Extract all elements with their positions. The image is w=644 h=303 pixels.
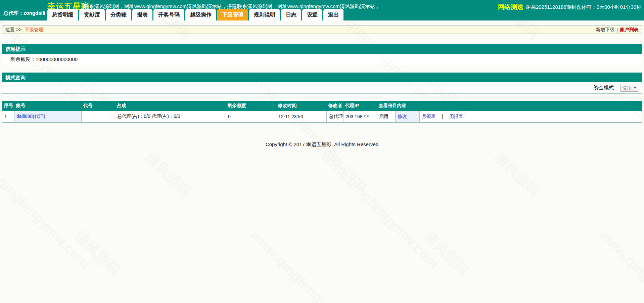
cell-agent-ip: 203.168.*.* [343,111,377,122]
main-content: 位置 >> 下级管理 新增下级 | 账户列表 信息提示 剩余额度： 100000… [2,26,642,148]
column-header-9: 内容 [396,101,420,111]
watermark-text: www.qingfengymw.com [318,148,442,272]
cell-modified-time: 12-11 23:50 [276,111,327,122]
mode-section-title: 模式查询 [2,73,642,82]
cell-reports: 月报表 | 周报表 [420,111,642,122]
info-section-title: 信息提示 [2,44,642,54]
column-header-2: 代号 [82,101,115,111]
column-header-3: 占成 [115,101,226,111]
breadcrumb-left: 位置 >> 下级管理 [5,27,43,33]
tab-贡献度[interactable]: 贡献度 [79,9,105,20]
balance-value: 100000000000000 [36,56,78,62]
accounts-table: 序号账号代号占成剩余额度修改时间修改者代理IP查看停用内容 1 daili888… [2,101,642,123]
table-header-row: 序号账号代号占成剩余额度修改时间修改者代理IP查看停用内容 [2,101,642,111]
tab-规则说明[interactable]: 规则说明 [249,9,280,20]
breadcrumb-prefix: 位置 >> [5,27,21,32]
column-header-7: 代理IP [343,101,377,111]
cell-balance: 0 [226,111,276,122]
fund-mode-label: 资金模式： [594,85,619,91]
column-header-4: 剩余额度 [226,101,276,111]
monthly-report-link[interactable]: 月报表 [422,114,436,119]
copyright-text: Copyright © 2017 幸运五星彩. All Rights Reser… [2,141,642,148]
edit-link[interactable]: 修改 [398,114,407,119]
column-header-6: 修改者 [327,101,343,111]
tab-开奖号码[interactable]: 开奖号码 [153,9,184,20]
chevron-down-icon [634,87,636,89]
footer: Copyright © 2017 幸运五星彩. All Rights Reser… [2,137,642,148]
fund-mode-selected-value: 信用 [622,85,632,91]
breadcrumb: 位置 >> 下级管理 新增下级 | 账户列表 [2,26,642,34]
close-countdown: 距离20251128186期封盘还有：0天00小时01分30秒 [526,4,641,10]
weekly-report-link[interactable]: 周报表 [449,114,463,119]
account-link[interactable]: daili888(代理) [16,114,45,119]
footer-divider [62,137,582,137]
nav-tabs: 总货明细贡献度分类账报表开奖号码越级操作下级管理规则说明日志设置退出 [47,9,344,20]
add-subordinate-link[interactable]: 新增下级 [596,27,614,33]
watermark-text: 清风源码 [490,148,543,201]
cell-index: 1 [2,111,14,122]
breadcrumb-separator: | [616,27,618,33]
watermark-text: 清风源码 [141,148,194,201]
top-header: 总代理：zongdaili 幸运五星彩 联系清风源码网，网址www.qingfe… [0,0,644,20]
cell-modifier: 总代理 [327,111,343,122]
account-list-link[interactable]: 账户列表 [620,27,639,33]
network-speed-link[interactable]: 网络测速 [498,3,523,11]
column-header-8: 查看停用 [377,101,396,111]
reports-separator: | [442,114,443,119]
tab-报表[interactable]: 报表 [132,9,152,20]
breadcrumb-current-link[interactable]: 下级管理 [25,27,43,32]
mode-section: 模式查询 资金模式： 信用 [2,73,642,94]
cell-code [82,111,115,122]
info-section: 信息提示 剩余额度： 100000000000000 [2,44,642,65]
watermark-text: 清风源码 [71,227,124,280]
header-right: 网络测速 距离20251128186期封盘还有：0天00小时01分30秒 [498,3,641,11]
cell-share: 总代理(占)：0/0 代理(占)：0/0 [115,111,226,122]
tab-分类账[interactable]: 分类账 [106,9,131,20]
table-row: 1 daili888(代理) 总代理(占)：0/0 代理(占)：0/0 0 12… [2,111,642,122]
mode-section-body: 资金模式： 信用 [2,82,642,94]
tab-日志[interactable]: 日志 [281,9,301,20]
watermark-text: www.qingfengymw.com [596,227,644,303]
cell-status: 启用 [377,111,396,122]
tab-总货明细[interactable]: 总货明细 [47,9,78,20]
page: 总代理：zongdaili 幸运五星彩 联系清风源码网，网址www.qingfe… [0,0,644,303]
agent-label: 总代理：zongdaili [3,10,45,16]
column-header-10 [420,101,642,111]
fund-mode-select[interactable]: 信用 [620,84,638,92]
tab-越级操作[interactable]: 越级操作 [185,9,216,20]
breadcrumb-actions: 新增下级 | 账户列表 [596,27,639,33]
tab-设置[interactable]: 设置 [302,9,322,20]
column-header-0: 序号 [2,101,14,111]
cell-content: 修改 [396,111,420,122]
tab-退出[interactable]: 退出 [323,9,343,20]
cell-account: daili888(代理) [14,111,82,122]
tab-下级管理[interactable]: 下级管理 [217,9,248,20]
column-header-1: 账号 [14,101,82,111]
watermark-text: www.qingfengymw.com [247,227,371,303]
watermark-text: 清风源码 [420,227,473,280]
column-header-5: 修改时间 [276,101,327,111]
watermark-text: www.qingfengymw.com [0,148,93,272]
balance-label: 剩余额度： [10,56,36,62]
info-section-body: 剩余额度： 100000000000000 [2,54,642,65]
